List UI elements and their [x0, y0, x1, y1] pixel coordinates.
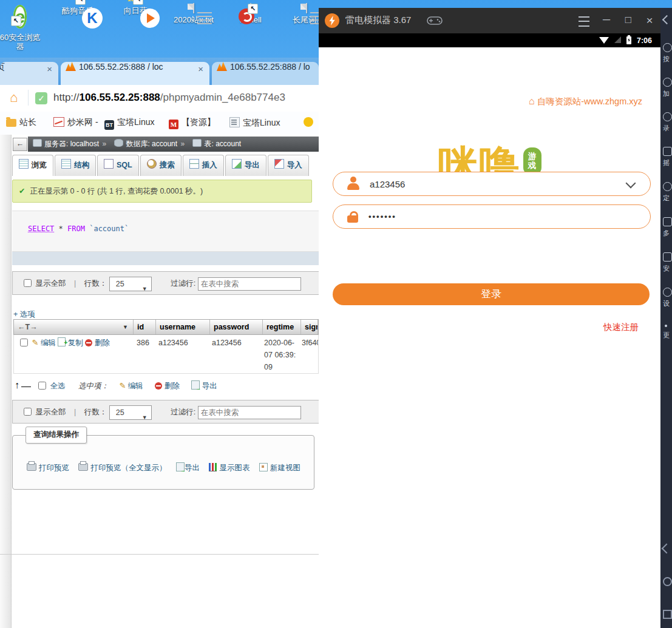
tab-import[interactable]: 导入 [268, 155, 309, 176]
sidebar-item[interactable]: 定 [663, 182, 672, 203]
sql-keyword: FROM [67, 225, 85, 233]
desktop-icon-kugou[interactable]: K ↖ 酷狗音乐 [52, 4, 104, 15]
sidebar-item[interactable]: 设 [663, 288, 672, 308]
bookmark-item[interactable] [304, 117, 316, 127]
display-chart-link[interactable]: 显示图表 [219, 464, 249, 472]
browser-tab-active[interactable]: 106.55.52.25:888 / loc × [61, 62, 209, 85]
phpmyadmin-favicon [66, 62, 76, 71]
check-all-checkbox[interactable] [38, 382, 46, 390]
sidebar-item[interactable]: 安 [663, 252, 672, 273]
tab-search[interactable]: 搜索 [140, 155, 182, 176]
rows-per-page-select[interactable]: 25▼ [109, 405, 152, 420]
sidebar-item[interactable]: 摇 [663, 147, 672, 167]
password-field[interactable]: ••••••• [333, 204, 651, 229]
bookmark-item[interactable]: 宝塔Linux [229, 117, 280, 129]
pma-nav-collapse-button[interactable]: ← [13, 138, 27, 151]
tab-browse[interactable]: 浏览 [12, 155, 53, 176]
column-header-id[interactable]: id [134, 320, 156, 334]
column-header-password[interactable]: password [210, 320, 263, 334]
row-edit-link[interactable]: 编辑 [41, 339, 56, 347]
login-button[interactable]: 登录 [333, 283, 650, 305]
create-view-link[interactable]: 新建视图 [270, 464, 300, 472]
bookmark-item[interactable]: 炒米网 - [53, 117, 98, 128]
result-ops-links: 打印预览 打印预览（全文显示） 导出 显示图表 新建视图 [27, 462, 300, 473]
bookmarks-bar: 站长 炒米网 - BT宝塔Linux M【资源】 宝塔Linux [0, 112, 319, 135]
tab-close-icon[interactable]: × [198, 64, 203, 74]
selected-edit-link[interactable]: 编辑 [128, 382, 143, 390]
android-home-icon[interactable] [663, 577, 672, 586]
sidebar-item[interactable]: 按 [663, 43, 672, 64]
sql-icon [104, 159, 114, 169]
menu-icon[interactable] [579, 16, 589, 27]
sidebar-collapse-icon[interactable] [662, 15, 672, 25]
chevron-down-icon[interactable] [626, 178, 636, 189]
close-button[interactable]: × [642, 14, 657, 27]
filter-rows-input[interactable] [198, 406, 301, 419]
bookmark-item[interactable]: BT宝塔Linux [104, 117, 154, 130]
tab-insert[interactable]: 插入 [183, 155, 224, 176]
maximize-button[interactable]: □ [621, 14, 636, 26]
minimize-button[interactable]: ─ [599, 14, 614, 26]
home-icon[interactable]: ⌂ [10, 90, 18, 106]
browser-tab-inactive[interactable]: 106.55.52.25:888 / lo [212, 62, 319, 85]
quick-register-link[interactable]: 快速注册 [603, 322, 639, 333]
password-masked-text[interactable]: ••••••• [368, 205, 599, 228]
site-link[interactable]: ⌂自嗨资源站-www.zhgm.xyz [529, 96, 642, 107]
column-header-sign[interactable]: sign [301, 320, 318, 334]
desktop-icon-xshell[interactable]: ↖ Xshell [225, 4, 277, 24]
column-header-username[interactable]: username [156, 320, 210, 334]
tab-sql[interactable]: SQL [97, 155, 139, 176]
tab-structure[interactable]: 结构 [55, 155, 96, 176]
sidebar-item[interactable]: 多 [663, 217, 672, 238]
shortcut-arrow-icon: ↖ [248, 4, 258, 14]
chart-icon [209, 463, 217, 471]
filter-rows-input[interactable] [198, 277, 301, 291]
sidebar-item[interactable]: 录 [663, 112, 672, 133]
sidebar-item[interactable]: 加 [663, 78, 672, 98]
edit-pencil-icon: ✎ [119, 381, 126, 390]
bookmark-item[interactable]: M【资源】 [169, 117, 216, 129]
divider [28, 90, 29, 106]
username-field[interactable] [333, 172, 651, 196]
query-status-message: ✔正在显示第 0 - 0 行 (共 1 行, 查询花费 0.0001 秒。) [12, 180, 312, 203]
emulator-title: 雷电模拟器 3.67 [345, 15, 411, 26]
sidebar-item-icon [663, 182, 672, 191]
row-checkbox[interactable] [20, 339, 28, 346]
check-all-link[interactable]: 全选 [50, 382, 65, 390]
address-bar: ⌂ ✓ http://106.55.52.25:888/phpmyadmin_4… [0, 85, 319, 112]
show-all-checkbox[interactable] [24, 408, 32, 416]
sort-caret-icon[interactable]: ▼ [123, 320, 128, 334]
delete-icon [85, 339, 92, 346]
desktop-icon-txt-2020[interactable]: 2020站x.txt [168, 4, 220, 24]
results-controls-top: 显示全部 | 行数： 25▼ 过滤行: [12, 271, 320, 295]
tab-close-icon[interactable]: × [47, 64, 52, 74]
divider [0, 554, 319, 555]
browser-tab-partial[interactable]: 页 × [0, 62, 58, 85]
desktop-icon-label: 2020站x.txt [168, 15, 220, 24]
android-recents-icon[interactable] [663, 610, 672, 619]
security-shield-icon[interactable]: ✓ [35, 92, 47, 104]
rows-per-page-select[interactable]: 25▼ [109, 277, 152, 291]
column-header-regtime[interactable]: regtime [263, 320, 301, 334]
url-text[interactable]: http://106.55.52.25:888/phpmyadmin_4e68b… [53, 92, 318, 104]
tab-export[interactable]: 导出 [225, 155, 266, 176]
show-all-checkbox[interactable] [24, 279, 32, 287]
success-check-icon: ✔ [19, 187, 25, 195]
username-input[interactable] [368, 172, 602, 197]
column-handle[interactable]: ←Τ→ [18, 323, 38, 331]
row-delete-link[interactable]: 删除 [95, 339, 110, 347]
table-icon [192, 139, 202, 147]
sidebar-item-more[interactable]: 更 [663, 325, 672, 340]
selected-export-link[interactable]: 导出 [202, 382, 217, 390]
row-copy-link[interactable]: 复制 [68, 339, 83, 347]
bookmark-item[interactable]: 站长 [6, 117, 36, 128]
selected-delete-link[interactable]: 删除 [165, 382, 180, 390]
print-preview-link[interactable]: 打印预览 [39, 464, 69, 472]
sql-keyword[interactable]: SELECT [28, 225, 54, 233]
export-link[interactable]: 导出 [185, 464, 200, 472]
options-toggle-link[interactable]: + 选项 [13, 309, 35, 320]
print-preview-full-link[interactable]: 打印预览（全文显示） [90, 464, 166, 472]
android-back-icon[interactable] [662, 544, 672, 554]
desktop-icon-360browser[interactable]: e ↖ 60安全浏览 器 [0, 4, 46, 51]
desktop-icon-sunflower[interactable]: 10 ↖ 向日葵 [109, 4, 161, 15]
